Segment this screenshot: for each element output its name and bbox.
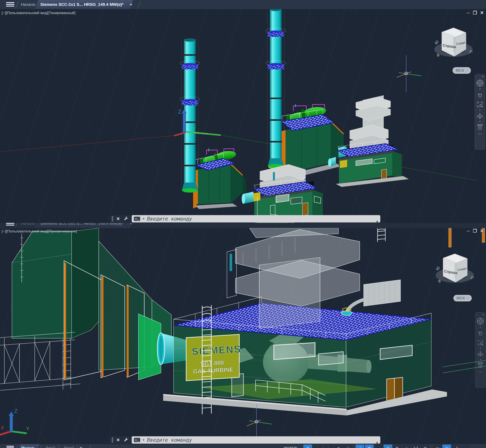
- status-toggle-fullscreen-icon[interactable]: ⤢: [452, 445, 460, 448]
- building1-siemens-plate: [252, 192, 260, 202]
- viewport-label[interactable]: [−][Пользовательский вид][Просвечивание]: [2, 229, 77, 233]
- command-customize-wrench-icon[interactable]: [123, 437, 129, 443]
- minimize-icon[interactable]: ─: [467, 10, 470, 15]
- tab-close-icon[interactable]: ✕: [117, 223, 123, 228]
- command-placeholder: Введите команду: [147, 216, 192, 222]
- menu-hamburger-icon[interactable]: [6, 223, 14, 226]
- ucs-dropdown-icon: ▽: [466, 69, 468, 72]
- crosshair-cursor: [397, 55, 421, 92]
- model-canvas-top[interactable]: Z Y: [0, 9, 486, 223]
- status-toggle-selection-cycling-icon[interactable]: ⚡: [384, 445, 392, 448]
- cad-application-window: Начало Siemens SCC-2x1 S... HRSG_149.4 M…: [0, 0, 486, 448]
- siemens-model-text: SGT-800: [200, 359, 224, 367]
- navbar-close-icon[interactable]: ✕: [482, 75, 484, 78]
- steering-wheel-icon[interactable]: [476, 79, 484, 87]
- zoom-icon[interactable]: [477, 339, 484, 346]
- layout-tab-list1[interactable]: Лист1: [42, 444, 59, 448]
- status-toggle-polar-icon[interactable]: ⤫: [343, 445, 352, 448]
- status-toggle-grid-icon[interactable]: #: [303, 445, 312, 448]
- command-input[interactable]: >_ ▼ Введите команду ▲: [132, 436, 380, 444]
- status-toggle-isolate-icon[interactable]: ◻: [433, 445, 442, 448]
- command-placeholder: Введите команду: [147, 437, 192, 443]
- orbit-icon[interactable]: [477, 350, 484, 357]
- status-toggle-ucs-icon-icon[interactable]: ⬓: [442, 445, 451, 448]
- statusbar-menu-icon[interactable]: [7, 446, 14, 448]
- command-history-dropdown-icon[interactable]: ▼: [142, 439, 145, 441]
- viewcube[interactable]: Ю В С Справа Сзади: [432, 24, 475, 64]
- command-drag-handle[interactable]: [112, 216, 113, 221]
- command-close-icon[interactable]: ✕: [116, 216, 120, 221]
- hrsg-unit-1: [193, 148, 246, 209]
- command-close-icon[interactable]: ✕: [116, 437, 120, 443]
- viewport-label[interactable]: [−][Пользовательский вид][Тонированный]: [2, 11, 75, 15]
- statusbar-separator: [88, 445, 91, 448]
- command-resize-grip[interactable]: ▲: [376, 441, 379, 444]
- top-right-ladder: [378, 228, 385, 242]
- navbar-chevron-icon[interactable]: ▾: [480, 326, 481, 328]
- command-drag-handle[interactable]: [112, 438, 113, 442]
- command-input[interactable]: >_ ▼ Введите команду ▲: [132, 215, 380, 223]
- pan-hand-icon[interactable]: [477, 329, 484, 336]
- close-icon[interactable]: ✕: [480, 10, 484, 15]
- restore-icon[interactable]: ❐: [473, 229, 477, 233]
- zoom-icon[interactable]: [477, 101, 483, 108]
- status-toggle-ortho-icon[interactable]: ∟: [325, 445, 333, 448]
- ucs-selector-label: МСК: [456, 68, 464, 73]
- command-customize-wrench-icon[interactable]: [123, 216, 129, 222]
- command-history-dropdown-icon[interactable]: ▼: [142, 217, 145, 220]
- viewcube[interactable]: Ю В С Справа Сзади: [433, 250, 477, 290]
- command-bar: ✕ >_ ▼ Введите команду ▲: [110, 436, 380, 444]
- restore-icon[interactable]: ❐: [473, 10, 477, 15]
- layout-tab-list2[interactable]: Лист2: [60, 444, 78, 448]
- navbar-collapse-icon[interactable]: —: [478, 133, 482, 135]
- command-prompt-icon[interactable]: >_: [134, 438, 140, 442]
- status-toggle-workspace-icon[interactable]: ⚙: [421, 445, 429, 448]
- showmotion-icon[interactable]: [477, 124, 483, 130]
- viewport-top-shaded[interactable]: [−][Пользовательский вид][Тонированный] …: [0, 9, 486, 223]
- showmotion-icon[interactable]: [477, 362, 484, 368]
- tab-start[interactable]: Начало: [19, 223, 37, 228]
- layout-tab-model[interactable]: Модель: [17, 444, 40, 448]
- close-icon[interactable]: ✕: [480, 229, 484, 233]
- status-toggle-annoscale-icon[interactable]: 1:1: [412, 445, 420, 448]
- tab-start[interactable]: Начало: [19, 0, 37, 9]
- pan-hand-icon[interactable]: [477, 91, 483, 98]
- navbar-collapse-icon[interactable]: —: [479, 371, 482, 373]
- navbar-chevron-icon[interactable]: ▾: [480, 359, 481, 361]
- menu-hamburger-icon[interactable]: [6, 2, 14, 7]
- tab-add-button[interactable]: +: [128, 0, 134, 9]
- status-toggle-isodraft-icon[interactable]: ⊘: [334, 445, 343, 448]
- status-toggle-customize-icon[interactable]: —: [461, 445, 470, 448]
- status-toggle-dynamic-input-icon[interactable]: ⟋: [356, 445, 364, 448]
- axis-z-label: Z: [178, 108, 181, 115]
- tab-close-icon[interactable]: ✕: [117, 0, 123, 9]
- navbar-chevron-icon[interactable]: ▾: [479, 88, 481, 90]
- viewport-bottom-xray[interactable]: [−][Пользовательский вид][Просвечивание]…: [0, 228, 486, 444]
- command-bar: ✕ >_ ▼ Введите команду ▲: [110, 215, 380, 223]
- status-toggle-transparency-icon[interactable]: ⇅: [393, 445, 402, 448]
- navigation-bar: ✕ ▾ ▾ ▾: [475, 312, 486, 388]
- navbar-chevron-icon[interactable]: ▾: [479, 120, 481, 122]
- status-toggle-snap-icon[interactable]: ⋯: [313, 445, 321, 448]
- support-structure-wireframe: [0, 332, 80, 390]
- tab-add-button[interactable]: +: [128, 223, 134, 228]
- status-toggle-annotation-icon[interactable]: ▲: [402, 445, 411, 448]
- command-prompt-icon[interactable]: >_: [134, 217, 140, 221]
- navbar-close-icon[interactable]: ✕: [482, 313, 484, 316]
- axis-y-label: Y: [26, 426, 29, 431]
- status-toggle-osnap-icon[interactable]: ▣: [365, 445, 374, 448]
- ucs-selector-button[interactable]: МСК ▽: [454, 295, 472, 301]
- tab-separator: [16, 1, 19, 8]
- status-toggle-lineweight-icon[interactable]: ▬: [374, 445, 383, 448]
- orbit-icon[interactable]: [477, 112, 483, 119]
- ucs-selector-button[interactable]: МСК ▽: [453, 67, 471, 74]
- navbar-chevron-icon[interactable]: ▾: [480, 347, 481, 349]
- steering-wheel-icon[interactable]: [477, 318, 484, 325]
- navbar-chevron-icon[interactable]: ▾: [479, 109, 481, 111]
- command-resize-grip[interactable]: ▲: [376, 219, 379, 223]
- space-mode-label[interactable]: МОДЕЛЬ: [284, 446, 298, 448]
- minimize-icon[interactable]: ─: [467, 229, 470, 233]
- status-toggles: #⋯∟⊘⤫⟋▣▬⚡⇅▲1:1⚙◻⬓⤢—: [303, 445, 470, 448]
- model-canvas-bottom[interactable]: SIEMENS SGT-800 GAS TURBINE: [0, 228, 486, 444]
- add-layout-button[interactable]: +: [79, 444, 82, 448]
